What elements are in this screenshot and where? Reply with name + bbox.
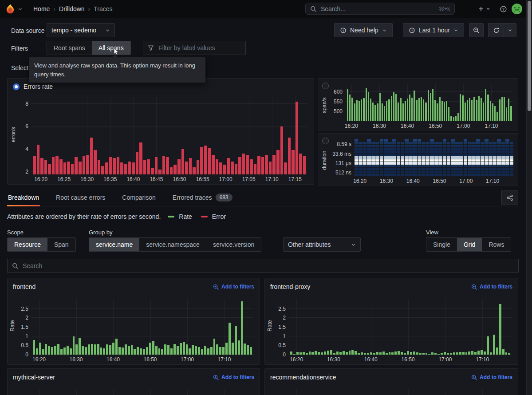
- errors-rate-radio[interactable]: [13, 83, 20, 90]
- zoom-plus-icon: [213, 375, 219, 380]
- filter-by-label-input[interactable]: [143, 41, 246, 55]
- tab-breakdown[interactable]: Breakdown: [7, 189, 40, 206]
- duration-cells: [355, 139, 513, 176]
- service-panel-frontend-proxy: frontend-proxy Add to filters Rate 00.51…: [264, 278, 518, 365]
- frontend-rate-chart: 00.511.522.516:2016:3016:4016:5017:0017:…: [16, 299, 253, 363]
- tab-comparison[interactable]: Comparison: [121, 189, 156, 206]
- add-new-button[interactable]: [478, 6, 490, 12]
- chevron-down-icon: [508, 28, 512, 33]
- add-to-filters-button[interactable]: Add to filters: [213, 374, 254, 380]
- data-source-select[interactable]: tempo - sedemo: [47, 23, 115, 37]
- breadcrumb-drilldown[interactable]: Drilldown: [59, 5, 85, 12]
- group-by-toggle: service.name service.namespace service.v…: [89, 237, 261, 252]
- group-by-service-version[interactable]: service.version: [206, 238, 261, 251]
- refresh-icon: [493, 27, 500, 34]
- clock-icon: [409, 27, 415, 34]
- refresh-button[interactable]: [488, 23, 504, 37]
- other-attributes-select[interactable]: Other attributes: [283, 237, 361, 252]
- chevron-down-icon: [486, 7, 490, 11]
- view-rows-option[interactable]: Rows: [482, 238, 511, 251]
- mythical-server-rate-chart: [16, 389, 253, 395]
- zoom-out-time-button[interactable]: [469, 23, 484, 37]
- scrollbar-thumb[interactable]: [528, 1, 531, 111]
- other-attributes-value: Other attributes: [288, 241, 331, 248]
- time-range-label: Last 1 hour: [419, 27, 450, 34]
- y-axis-label: duration: [321, 151, 327, 170]
- info-circle-icon: [340, 27, 347, 34]
- all-spans-tooltip: View and analyse raw span data. This opt…: [29, 57, 205, 83]
- span-rate-chart: 50055060016:2016:3016:4016:5017:0017:10: [330, 84, 513, 129]
- rate-legend-label: Rate: [179, 213, 192, 220]
- all-spans-option[interactable]: All spans: [92, 41, 130, 55]
- tooltip-text: View and analyse raw span data. This opt…: [34, 62, 195, 78]
- errored-traces-count-badge: 683: [216, 194, 233, 201]
- search-shortcut: ⌘+k: [439, 6, 450, 12]
- search-icon: [12, 263, 18, 269]
- y-axis-label: error/s: [10, 127, 16, 142]
- global-search-input[interactable]: ⌘+k: [305, 3, 455, 15]
- svg-text:?: ?: [502, 7, 504, 11]
- chevron-down-icon: [453, 28, 458, 33]
- page-scrollbar: [526, 0, 532, 395]
- breakdown-search-field[interactable]: [22, 262, 514, 270]
- zoom-plus-icon: [213, 284, 219, 290]
- breakdown-search-input[interactable]: [7, 259, 519, 273]
- scope-resource-option[interactable]: Resource: [8, 238, 47, 251]
- grafana-logo[interactable]: [5, 4, 15, 15]
- filters-label: Filters: [11, 45, 28, 52]
- add-to-filters-button[interactable]: Add to filters: [471, 284, 512, 290]
- mouse-cursor: [114, 48, 119, 55]
- service-title: recommendationservice: [270, 374, 336, 381]
- group-by-label: Group by: [89, 229, 112, 236]
- error-legend-label: Error: [212, 213, 226, 220]
- need-help-button[interactable]: Need help: [334, 23, 393, 37]
- zoom-out-icon: [473, 27, 480, 34]
- duration-heatmap: 8.59 s33.6 ms131 µs512 ns16:2016:3016:40…: [330, 139, 513, 184]
- global-search-field[interactable]: [320, 5, 435, 13]
- org-switcher-chevron-icon[interactable]: [18, 7, 23, 12]
- grafana-traces-drilldown: Home › Drilldown › Traces ⌘+k ?: [0, 0, 532, 395]
- breadcrumb-home[interactable]: Home: [33, 5, 50, 12]
- y-axis-label: Rate: [9, 320, 16, 331]
- service-title: frontend: [13, 283, 35, 290]
- share-button[interactable]: [501, 190, 518, 205]
- service-title: mythical-server: [13, 374, 55, 381]
- add-to-filters-button[interactable]: Add to filters: [471, 374, 512, 380]
- errors-rate-bars: [32, 97, 307, 174]
- tab-root-cause-errors[interactable]: Root cause errors: [55, 189, 106, 206]
- scope-span-option[interactable]: Span: [47, 238, 75, 251]
- view-grid-option[interactable]: Grid: [457, 238, 482, 251]
- tab-errored-traces[interactable]: Errored traces 683: [172, 189, 233, 206]
- scope-label: Scope: [7, 229, 24, 236]
- attributes-note: Attributes are ordered by their rate of …: [7, 213, 226, 220]
- data-source-label: Data source: [11, 27, 44, 34]
- filter-by-label-field[interactable]: [158, 44, 241, 52]
- view-single-option[interactable]: Single: [426, 238, 457, 251]
- breadcrumb-separator: ›: [88, 5, 91, 12]
- share-icon: [507, 194, 513, 201]
- recommendationservice-rate-chart: [273, 389, 512, 395]
- help-button[interactable]: ?: [500, 5, 507, 13]
- refresh-interval-dropdown[interactable]: [504, 23, 516, 37]
- errors-rate-chart: 246816:2016:2516:3016:3516:4016:4516:501…: [18, 97, 307, 182]
- spans-rate-bars: [346, 84, 513, 121]
- group-by-service-namespace[interactable]: service.namespace: [139, 238, 206, 251]
- time-range-picker[interactable]: Last 1 hour: [403, 23, 464, 37]
- search-icon: [310, 6, 316, 12]
- service-panel-mythical-server: mythical-server Add to filters: [7, 368, 260, 395]
- group-by-service-name[interactable]: service.name: [89, 238, 139, 251]
- nav-divider: [495, 4, 495, 13]
- user-avatar[interactable]: [512, 4, 522, 14]
- service-panel-recommendationservice: recommendationservice Add to filters: [264, 368, 518, 395]
- duration-panel: duration 8.59 s33.6 ms131 µs512 ns16:201…: [318, 133, 518, 186]
- chevron-down-icon: [382, 28, 387, 33]
- data-source-value: tempo - sedemo: [51, 27, 96, 34]
- frontend-bars: [32, 299, 253, 355]
- duration-radio[interactable]: [322, 138, 329, 144]
- breadcrumb: Home › Drilldown › Traces: [33, 5, 113, 12]
- errors-rate-panel: Errors rate error/s 246816:2016:2516:301…: [7, 78, 314, 185]
- span-rate-panel: span/s 50055060016:2016:3016:4016:5017:0…: [318, 78, 518, 130]
- add-to-filters-button[interactable]: Add to filters: [213, 284, 254, 290]
- root-spans-option[interactable]: Root spans: [47, 41, 92, 55]
- span-rate-radio[interactable]: [322, 83, 329, 89]
